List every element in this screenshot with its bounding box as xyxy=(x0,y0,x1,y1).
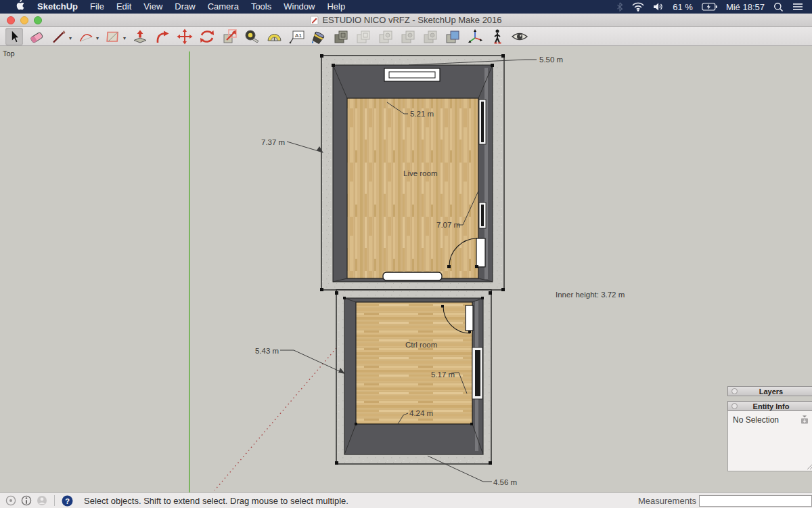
wireframe-style-button[interactable] xyxy=(355,28,372,45)
push-pull-tool-button[interactable] xyxy=(131,28,149,45)
rotate-tool-button[interactable] xyxy=(198,28,216,45)
paint-bucket-tool-button[interactable] xyxy=(310,28,328,45)
menu-help[interactable]: Help xyxy=(321,0,351,14)
follow-me-icon xyxy=(154,28,171,45)
line-tool-button[interactable] xyxy=(50,28,68,45)
window-title-bar: ESTUDIO NICO vRFZ - SketchUp Make 2016 xyxy=(0,14,812,27)
status-divider xyxy=(54,495,55,506)
toolbar: ▾ ▾ ▾ xyxy=(0,27,812,46)
rectangle-icon xyxy=(105,28,121,45)
push-pull-icon xyxy=(132,28,148,45)
hidden-line-icon xyxy=(378,28,394,45)
status-hint: Select objects. Shift to extend select. … xyxy=(84,496,348,506)
dimension-label[interactable]: 7.37 m xyxy=(261,138,285,146)
battery-percent: 61 % xyxy=(671,2,695,12)
dimension-label[interactable]: 5.50 m xyxy=(539,56,563,64)
menu-file[interactable]: File xyxy=(84,0,110,14)
bluetooth-icon[interactable] xyxy=(614,2,625,12)
eraser-tool-button[interactable] xyxy=(28,28,45,45)
document-icon xyxy=(310,16,319,25)
measurements-label: Measurements xyxy=(638,496,696,506)
close-window-button[interactable] xyxy=(7,16,15,24)
help-icon[interactable]: ? xyxy=(62,495,73,507)
ctrl-room-wall-window xyxy=(472,347,482,399)
spotlight-icon[interactable] xyxy=(771,2,786,12)
status-bar: ? Select objects. Shift to extend select… xyxy=(0,492,812,508)
look-around-tool-button[interactable] xyxy=(511,28,528,45)
x-ray-style-button[interactable] xyxy=(332,28,350,45)
pencil-icon xyxy=(51,28,67,45)
wireframe-icon xyxy=(355,28,371,45)
monochrome-style-button[interactable] xyxy=(444,28,461,45)
menu-sketchup[interactable]: SketchUp xyxy=(31,0,84,14)
measurements-input[interactable] xyxy=(699,495,812,507)
inner-height-annotation[interactable]: Inner height: 3.72 m xyxy=(556,291,625,299)
geolocation-icon[interactable] xyxy=(5,495,16,506)
minimize-window-button[interactable] xyxy=(20,16,28,24)
hidden-line-style-button[interactable] xyxy=(377,28,394,45)
dimension-label[interactable]: 5.17 m xyxy=(431,371,455,379)
move-tool-button[interactable] xyxy=(176,28,194,45)
monochrome-icon xyxy=(445,28,461,45)
live-room-bottom-window xyxy=(383,272,442,280)
walk-icon xyxy=(489,28,505,45)
line-tool-dropdown[interactable]: ▾ xyxy=(69,35,72,41)
ctrl-room-floor[interactable] xyxy=(356,302,472,424)
menu-clock[interactable]: Mié 18:57 xyxy=(724,2,767,12)
eye-icon xyxy=(511,28,528,45)
room-label-live[interactable]: Live room xyxy=(403,169,438,177)
dimension-label[interactable]: 4.24 m xyxy=(409,409,433,417)
wifi-icon[interactable] xyxy=(630,2,646,12)
panel-resize-grip[interactable] xyxy=(806,463,812,469)
arc-icon xyxy=(78,28,94,45)
dimension-label[interactable]: 5.43 m xyxy=(255,347,279,355)
select-tool-button[interactable] xyxy=(5,28,23,45)
apple-icon xyxy=(16,0,25,10)
ctrl-room-block[interactable] xyxy=(336,290,491,464)
select-arrow-icon xyxy=(7,29,22,44)
live-room-floor[interactable] xyxy=(347,98,478,278)
axes-icon xyxy=(467,28,483,45)
rectangle-tool-dropdown[interactable]: ▾ xyxy=(123,35,126,41)
follow-me-tool-button[interactable] xyxy=(154,28,171,45)
tape-measure-tool-button[interactable] xyxy=(243,28,261,45)
dimension-label[interactable]: 4.56 m xyxy=(493,478,517,486)
volume-icon[interactable] xyxy=(651,2,666,12)
entity-info-body: No Selection xyxy=(727,411,812,471)
menu-camera[interactable]: Camera xyxy=(202,0,245,14)
scale-tool-button[interactable] xyxy=(221,28,238,45)
menu-window[interactable]: Window xyxy=(277,0,321,14)
menu-draw[interactable]: Draw xyxy=(168,0,201,14)
layers-panel: Layers xyxy=(727,386,812,396)
drawing-canvas[interactable]: Top xyxy=(0,46,812,492)
protractor-tool-button[interactable] xyxy=(265,28,283,45)
paint-bucket-icon xyxy=(311,28,327,45)
credits-icon[interactable] xyxy=(21,495,32,506)
rectangle-tool-button[interactable] xyxy=(104,28,122,45)
tape-measure-icon xyxy=(244,28,260,45)
entity-info-panel-header[interactable]: Entity Info xyxy=(727,401,812,411)
menu-tools[interactable]: Tools xyxy=(245,0,277,14)
live-room-top-window[interactable] xyxy=(384,68,440,81)
room-label-ctrl[interactable]: Ctrl room xyxy=(405,341,437,349)
layers-panel-header[interactable]: Layers xyxy=(727,386,812,396)
menu-edit[interactable]: Edit xyxy=(110,0,137,14)
shaded-style-button[interactable] xyxy=(399,28,417,45)
zoom-window-button[interactable] xyxy=(34,16,42,24)
shaded-textures-style-button[interactable] xyxy=(422,28,439,45)
macos-menu-bar: SketchUp File Edit View Draw Camera Tool… xyxy=(0,0,812,14)
walk-tool-button[interactable] xyxy=(489,28,506,45)
shaded-textures-icon xyxy=(422,28,438,45)
axes-tool-button[interactable] xyxy=(466,28,484,45)
entity-details-toggle-icon[interactable] xyxy=(800,415,809,425)
dimension-label[interactable]: 5.21 m xyxy=(410,110,434,118)
text-tool-button[interactable]: A1 xyxy=(288,28,305,45)
notification-center-icon[interactable] xyxy=(790,3,805,11)
arc-tool-button[interactable] xyxy=(77,28,95,45)
menu-view[interactable]: View xyxy=(137,0,168,14)
dimension-label[interactable]: 7.07 m xyxy=(436,221,460,229)
sign-in-icon[interactable] xyxy=(37,495,47,506)
arc-tool-dropdown[interactable]: ▾ xyxy=(96,35,99,41)
apple-menu[interactable] xyxy=(9,0,31,14)
eraser-icon xyxy=(28,28,45,45)
